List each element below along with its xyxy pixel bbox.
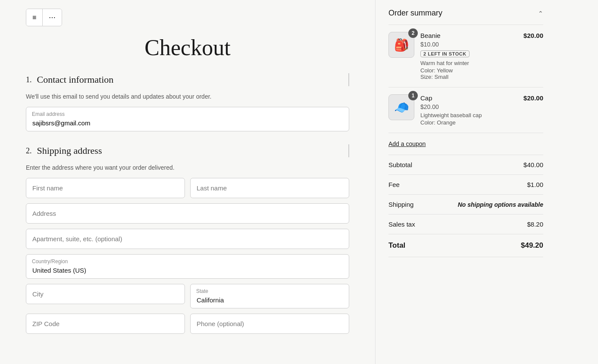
last-name-field (190, 178, 349, 198)
subtotal-label: Subtotal (388, 161, 412, 168)
shipping-description: Enter the address where you want your or… (26, 164, 349, 171)
city-field (26, 284, 185, 308)
country-input[interactable] (26, 254, 349, 279)
address-input[interactable] (26, 203, 349, 224)
coupon-row: Add a coupon (388, 133, 543, 155)
beanie-color: Color: Yellow (420, 67, 543, 74)
cap-image-wrapper: 🧢 1 (388, 94, 414, 120)
shipping-section-number: 2. (26, 146, 32, 156)
country-field: Country/Region (26, 254, 349, 279)
fee-label: Fee (388, 181, 400, 188)
fee-value: $1.00 (527, 181, 543, 188)
beanie-image-wrapper: 🎒 2 (388, 32, 414, 58)
zip-field (26, 314, 185, 334)
state-field: State (190, 284, 349, 308)
sales-tax-value: $8.20 (527, 221, 543, 228)
beanie-quantity-badge: 2 (408, 28, 418, 38)
shipping-section: 2. Shipping address Enter the address wh… (26, 144, 349, 334)
order-summary-panel: Order summary ⌃ 🎒 2 Beanie $20.00 $10.00… (375, 0, 556, 364)
beanie-name: Beanie (420, 32, 441, 39)
contact-section: 1. Contact information We'll use this em… (26, 73, 349, 131)
beanie-unit-price: $10.00 (420, 41, 543, 48)
shipping-label: Shipping (388, 201, 413, 208)
more-icon: ⋯ (49, 13, 56, 22)
list-icon: ≡ (32, 14, 36, 22)
subtotal-value: $40.00 (523, 161, 543, 168)
city-input[interactable] (26, 284, 185, 304)
contact-section-title: Contact information (37, 74, 114, 85)
shipping-section-divider (346, 144, 349, 157)
chevron-up-icon[interactable]: ⌃ (538, 10, 543, 17)
email-label: Email address (32, 111, 65, 117)
cap-description: Lightweight baseball cap (420, 112, 543, 118)
beanie-size: Size: Small (420, 74, 543, 80)
shipping-line: Shipping No shipping options available (388, 195, 543, 215)
page-title: Checkout (26, 35, 349, 60)
total-value: $49.20 (521, 241, 543, 250)
email-field-wrapper: Email address (26, 107, 349, 131)
apartment-input[interactable] (26, 229, 349, 249)
sales-tax-line: Sales tax $8.20 (388, 215, 543, 234)
shipping-value: No shipping options available (458, 201, 543, 208)
add-coupon-button[interactable]: Add a coupon (388, 140, 426, 147)
zip-input[interactable] (26, 314, 185, 334)
cap-color: Color: Orange (420, 119, 543, 126)
phone-field (190, 314, 349, 334)
section-divider (346, 73, 349, 86)
order-item-beanie: 🎒 2 Beanie $20.00 $10.00 2 LEFT IN STOCK… (388, 25, 543, 87)
shipping-section-title: Shipping address (37, 145, 102, 156)
beanie-price: $20.00 (523, 32, 543, 39)
first-name-field (26, 178, 185, 198)
first-name-input[interactable] (26, 178, 185, 198)
toolbar: ≡ ⋯ (26, 9, 62, 26)
contact-section-number: 1. (26, 75, 32, 84)
email-input[interactable] (26, 107, 349, 131)
cap-unit-price: $20.00 (420, 103, 543, 110)
more-options-button[interactable]: ⋯ (43, 9, 62, 26)
order-summary-title: Order summary (388, 9, 442, 18)
beanie-description: Warm hat for winter (420, 60, 543, 66)
cap-details: Cap $20.00 $20.00 Lightweight baseball c… (420, 94, 543, 126)
sales-tax-label: Sales tax (388, 221, 415, 228)
beanie-details: Beanie $20.00 $10.00 2 LEFT IN STOCK War… (420, 32, 543, 80)
list-view-button[interactable]: ≡ (26, 9, 43, 26)
subtotal-line: Subtotal $40.00 (388, 155, 543, 175)
cap-quantity-badge: 1 (408, 91, 418, 100)
fee-line: Fee $1.00 (388, 175, 543, 195)
apartment-field (26, 229, 349, 249)
state-input[interactable] (190, 284, 349, 308)
last-name-input[interactable] (190, 178, 349, 198)
order-item-cap: 🧢 1 Cap $20.00 $20.00 Lightweight baseba… (388, 87, 543, 133)
phone-input[interactable] (190, 314, 349, 334)
address-field (26, 203, 349, 224)
beanie-stock-badge: 2 LEFT IN STOCK (420, 50, 470, 57)
contact-description: We'll use this email to send you details… (26, 93, 349, 100)
cap-name: Cap (420, 94, 432, 102)
cap-price: $20.00 (523, 94, 543, 102)
total-line: Total $49.20 (388, 234, 543, 257)
total-label: Total (388, 241, 405, 250)
